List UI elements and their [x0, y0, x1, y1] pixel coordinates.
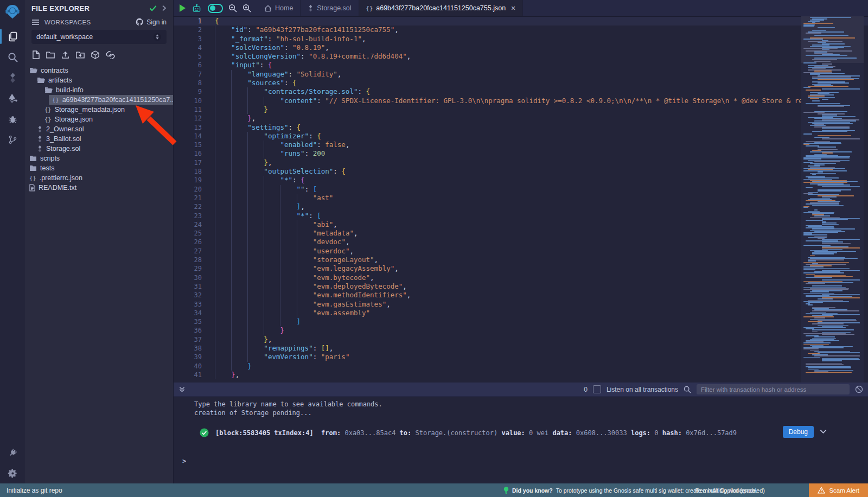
- upload-file-icon[interactable]: [61, 51, 69, 59]
- code-line-31[interactable]: 31"evm.deployedBytecode",: [174, 282, 868, 291]
- zoom-out-icon[interactable]: [228, 4, 237, 12]
- code-line-3[interactable]: 3"_format": "hh-sol-build-info-1",: [174, 35, 868, 43]
- code-line-25[interactable]: 25"metadata",: [174, 229, 868, 238]
- code-line-14[interactable]: 14"optimizer": {: [174, 132, 868, 141]
- code-line-23[interactable]: 23"*": [: [174, 212, 868, 220]
- copilot-toggle[interactable]: [208, 4, 223, 13]
- code-line-1[interactable]: 1{: [174, 17, 868, 26]
- code-line-18[interactable]: 18"outputSelection": {: [174, 167, 868, 176]
- code-line-39[interactable]: 39"evmVersion": "paris": [174, 353, 868, 361]
- cube-icon[interactable]: [91, 50, 99, 59]
- code-line-28[interactable]: 28"storageLayout",: [174, 256, 868, 264]
- code-line-12[interactable]: 12},: [174, 114, 868, 123]
- terminal[interactable]: Type the library name to see available c…: [174, 397, 868, 483]
- code-line-15[interactable]: 15"enabled": false,: [174, 141, 868, 149]
- tree-item-2-owner-sol[interactable]: 2_Owner.sol: [25, 124, 173, 134]
- code-line-35[interactable]: 35]: [174, 317, 868, 326]
- tree-item-build-info[interactable]: build-info: [25, 85, 173, 95]
- minimap[interactable]: [801, 16, 864, 383]
- code-line-7[interactable]: 7"language": "Solidity",: [174, 70, 868, 79]
- debugger-icon: [8, 114, 18, 124]
- code-line-33[interactable]: 33"evm.gasEstimates",: [174, 300, 868, 309]
- code-line-34[interactable]: 34"evm.assembly": [174, 309, 868, 317]
- code-line-10[interactable]: 10"content": "// SPDX-License-Identifier…: [174, 97, 868, 105]
- link-icon[interactable]: [106, 51, 115, 59]
- code-line-8[interactable]: 8"sources": {: [174, 79, 868, 87]
- line-number: 17: [174, 158, 210, 167]
- tree-item--prettierrc-json[interactable]: {}.prettierrc.json: [25, 173, 173, 183]
- tab-label: Home: [275, 4, 293, 12]
- rail-debugger[interactable]: [0, 109, 25, 129]
- copilot-status[interactable]: RemixAI Copilot (enabled): [695, 483, 765, 497]
- clear-console-icon[interactable]: [855, 385, 863, 393]
- rail-file-explorer[interactable]: [0, 26, 25, 47]
- new-file-icon[interactable]: [33, 50, 40, 59]
- json-icon: {}: [44, 116, 52, 123]
- tree-item-artifacts[interactable]: artifacts: [25, 75, 173, 85]
- zoom-in-icon[interactable]: [242, 4, 251, 12]
- code-line-5[interactable]: 5"solcLongVersion": "0.8.19+commit.7dd6d…: [174, 52, 868, 61]
- code-line-24[interactable]: 24"abi",: [174, 220, 868, 229]
- git-init-button[interactable]: Initialize as git repo: [7, 483, 62, 497]
- tree-item-3-ballot-sol[interactable]: 3_Ballot.sol: [25, 134, 173, 144]
- code-line-6[interactable]: 6"input": {: [174, 61, 868, 69]
- tree-item-contracts[interactable]: contracts: [25, 66, 173, 75]
- code-line-9[interactable]: 9"contracts/Storage.sol": {: [174, 87, 868, 96]
- code-line-32[interactable]: 32"evm.methodIdentifiers",: [174, 291, 868, 300]
- tree-item-scripts[interactable]: scripts: [25, 154, 173, 163]
- listen-all-checkbox[interactable]: [593, 385, 601, 393]
- workspace-select[interactable]: default_workspace: [31, 30, 167, 44]
- remixai-robot-icon[interactable]: [191, 3, 202, 13]
- code-line-41[interactable]: 41},: [174, 371, 868, 379]
- code-line-17[interactable]: 17},: [174, 158, 868, 167]
- close-tab-icon[interactable]: ×: [511, 4, 515, 12]
- rail-plugin-manager[interactable]: [0, 442, 25, 463]
- code-line-30[interactable]: 30"evm.bytecode",: [174, 273, 868, 282]
- tab-home[interactable]: Home: [257, 0, 301, 16]
- tree-item-storage-json[interactable]: {}Storage.json: [25, 114, 173, 124]
- rail-search[interactable]: [0, 47, 25, 67]
- sign-in-button[interactable]: Sign in: [136, 18, 167, 26]
- code-line-38[interactable]: 38"remappings": [],: [174, 344, 868, 353]
- transaction-filter-input[interactable]: [697, 384, 850, 394]
- transaction-log[interactable]: [block:5583405 txIndex:4] from: 0xa03...…: [215, 429, 737, 437]
- rail-git[interactable]: [0, 129, 25, 150]
- code-line-37[interactable]: 37},: [174, 335, 868, 344]
- plugin-manager-icon: [8, 448, 18, 458]
- scam-alert-button[interactable]: Scam Alert: [809, 483, 868, 497]
- code-line-2[interactable]: 2"id": "a69b43f277ba20fcac141151250ca755…: [174, 26, 868, 34]
- tab-storage-sol[interactable]: Storage.sol: [301, 0, 359, 16]
- upload-folder-icon[interactable]: [76, 51, 85, 59]
- expand-tx-icon[interactable]: [820, 429, 827, 434]
- listen-all-label: Listen on all transactions: [607, 386, 678, 393]
- tree-item-a69b43f277ba20fcac141151250ca7-[interactable]: {}a69b43f277ba20fcac141151250ca7...: [25, 95, 173, 105]
- code-line-36[interactable]: 36}: [174, 326, 868, 335]
- debug-button[interactable]: Debug: [783, 426, 814, 438]
- code-line-19[interactable]: 19"*": {: [174, 176, 868, 184]
- chevron-right-icon[interactable]: [162, 5, 167, 11]
- code-line-29[interactable]: 29"evm.legacyAssembly",: [174, 264, 868, 273]
- code-line-11[interactable]: 11}: [174, 105, 868, 114]
- rail-solidity-compiler[interactable]: [0, 67, 25, 88]
- code-line-40[interactable]: 40}: [174, 362, 868, 371]
- rail-deploy-run[interactable]: [0, 88, 25, 109]
- code-line-16[interactable]: 16"runs": 200: [174, 149, 868, 158]
- tab-a69b43f277ba20fcac141151250ca755-json[interactable]: {}a69b43f277ba20fcac141151250ca755.json×: [359, 0, 524, 16]
- tree-item-storage-sol[interactable]: Storage.sol: [25, 144, 173, 154]
- run-script-button[interactable]: [180, 4, 186, 12]
- code-line-13[interactable]: 13"settings": {: [174, 123, 868, 132]
- new-folder-icon[interactable]: [46, 51, 55, 59]
- code-line-27[interactable]: 27"userdoc",: [174, 247, 868, 256]
- hamburger-icon[interactable]: [31, 19, 40, 26]
- tree-item-storage-metadata-json[interactable]: {}Storage_metadata.json: [25, 105, 173, 114]
- code-line-20[interactable]: 20"": [: [174, 185, 868, 194]
- tree-item-readme-txt[interactable]: README.txt: [25, 183, 173, 193]
- code-line-26[interactable]: 26"devdoc",: [174, 238, 868, 246]
- tree-item-tests[interactable]: tests: [25, 163, 173, 173]
- code-line-4[interactable]: 4"solcVersion": "0.8.19",: [174, 43, 868, 52]
- code-line-21[interactable]: 21"ast": [174, 194, 868, 202]
- collapse-terminal-icon[interactable]: [178, 386, 186, 393]
- rail-settings[interactable]: [0, 463, 25, 483]
- code-line-22[interactable]: 22],: [174, 202, 868, 211]
- code-editor[interactable]: 1{2"id": "a69b43f277ba20fcac141151250ca7…: [174, 16, 868, 383]
